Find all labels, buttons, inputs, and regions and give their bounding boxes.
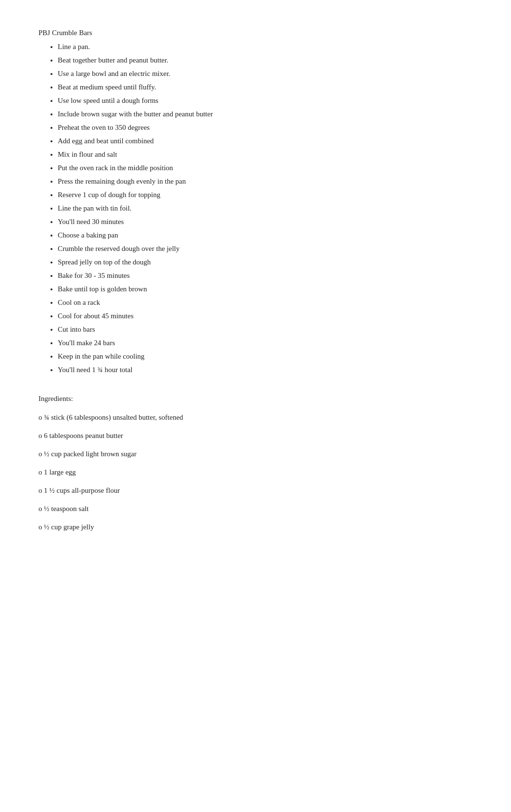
step-item: Bake for 30 - 35 minutes (58, 270, 473, 281)
ingredient-item: o 1 ½ cups all-purpose flour (38, 485, 473, 496)
step-item: Beat at medium speed until fluffy. (58, 81, 473, 93)
ingredients-list: o ¾ stick (6 tablespoons) unsalted butte… (38, 412, 473, 533)
step-item: Cool for about 45 minutes (58, 310, 473, 322)
step-item: Press the remaining dough evenly in the … (58, 175, 473, 187)
step-item: Crumble the reserved dough over the jell… (58, 243, 473, 254)
step-item: Line a pan. (58, 41, 473, 52)
recipe-title: PBJ Crumble Bars (38, 29, 473, 37)
step-item: Reserve 1 cup of dough for topping (58, 189, 473, 200)
step-item: Add egg and beat until combined (58, 135, 473, 147)
step-item: You'll need 30 minutes (58, 216, 473, 227)
step-item: Bake until top is golden brown (58, 283, 473, 295)
ingredient-item: o ½ cup grape jelly (38, 521, 473, 533)
step-item: Beat together butter and peanut butter. (58, 54, 473, 66)
step-item: Cool on a rack (58, 297, 473, 308)
step-item: You'll need 1 ¾ hour total (58, 364, 473, 375)
ingredient-item: o 6 tablespoons peanut butter (38, 430, 473, 441)
step-item: Spread jelly on top of the dough (58, 256, 473, 268)
step-item: Keep in the pan while cooling (58, 350, 473, 362)
step-item: Use low speed until a dough forms (58, 95, 473, 106)
steps-list: Line a pan.Beat together butter and pean… (38, 41, 473, 375)
step-item: Line the pan with tin foil. (58, 202, 473, 214)
ingredients-section: Ingredients: o ¾ stick (6 tablespoons) u… (38, 395, 473, 533)
step-item: Use a large bowl and an electric mixer. (58, 68, 473, 79)
ingredient-item: o ½ cup packed light brown sugar (38, 448, 473, 460)
step-item: Include brown sugar with the butter and … (58, 108, 473, 120)
ingredient-item: o 1 large egg (38, 466, 473, 478)
step-item: Choose a baking pan (58, 229, 473, 241)
ingredient-item: o ½ teaspoon salt (38, 503, 473, 514)
step-item: You'll make 24 bars (58, 337, 473, 349)
step-item: Preheat the oven to 350 degrees (58, 122, 473, 133)
step-item: Put the oven rack in the middle position (58, 162, 473, 174)
ingredient-item: o ¾ stick (6 tablespoons) unsalted butte… (38, 412, 473, 423)
step-item: Cut into bars (58, 324, 473, 335)
step-item: Mix in flour and salt (58, 149, 473, 160)
ingredients-title: Ingredients: (38, 395, 473, 403)
